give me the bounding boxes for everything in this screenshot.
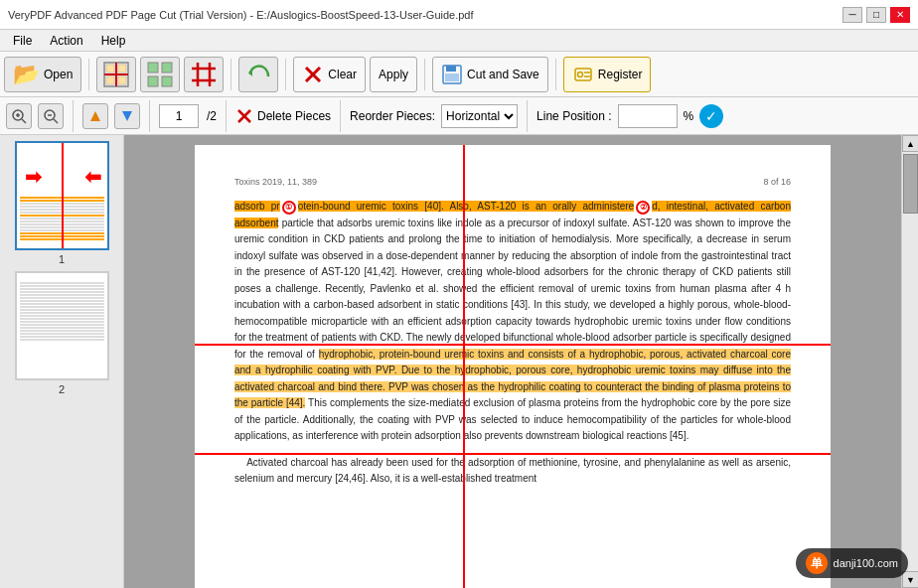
cut-line-horizontal-1[interactable]	[195, 344, 831, 346]
watermark-text: danji100.com	[834, 557, 898, 569]
svg-line-31	[54, 119, 58, 123]
page-header: Toxins 2019, 11, 389 8 of 16	[234, 175, 791, 189]
zoom-out-icon	[42, 107, 60, 125]
confirm-button[interactable]: ✓	[699, 104, 723, 128]
hash-icon	[190, 61, 218, 88]
separator-tb2-3	[226, 100, 227, 132]
separator-tb2-1	[73, 100, 74, 132]
cut-save-label: Cut and Save	[467, 68, 539, 81]
title-bar: VeryPDF Advanced PDF Page Cut (Trial Ver…	[0, 0, 918, 30]
clear-icon	[302, 64, 324, 85]
thumbnail-1[interactable]: ➡ ➡	[6, 141, 117, 265]
svg-rect-4	[118, 65, 126, 73]
reorder-select[interactable]: Horizontal Vertical	[441, 104, 518, 128]
open-icon: 📂	[13, 62, 40, 87]
delete-pieces-button[interactable]: Delete Pieces	[235, 107, 331, 125]
pdf-viewer[interactable]: Toxins 2019, 11, 389 8 of 16 adsorb pr①o…	[124, 135, 901, 588]
undo-icon	[244, 61, 272, 88]
zoom-in-button[interactable]	[6, 103, 32, 129]
line-pos-label: Line Position :	[536, 109, 611, 123]
pdf-page: Toxins 2019, 11, 389 8 of 16 adsorb pr①o…	[195, 145, 831, 588]
svg-line-28	[22, 119, 26, 123]
page-number-input[interactable]	[159, 104, 199, 128]
close-button[interactable]: ✕	[890, 7, 910, 23]
separator-tb2-2	[149, 100, 150, 132]
svg-rect-5	[106, 76, 114, 84]
svg-rect-7	[148, 63, 158, 73]
pdf-paragraph-1: adsorb pr①otein-bound uremic toxins [40]…	[234, 199, 791, 445]
delete-pieces-label: Delete Pieces	[257, 109, 331, 123]
highlight-2: otein-bound uremic toxins [40]. Also, AS…	[298, 201, 634, 212]
separator5	[555, 59, 556, 90]
thumbnail-1-label: 1	[59, 253, 65, 265]
watermark-icon: 单	[806, 552, 828, 574]
open-button[interactable]: 📂 Open	[4, 57, 81, 92]
clear-button[interactable]: Clear	[293, 57, 366, 92]
separator4	[424, 59, 425, 90]
vertical-scrollbar[interactable]: ▲ ▼	[901, 135, 918, 588]
separator3	[285, 59, 286, 90]
watermark: 单 danji100.com	[796, 548, 908, 578]
separator1	[88, 59, 89, 90]
scroll-down-button[interactable]: ▼	[902, 571, 918, 588]
scroll-thumb[interactable]	[903, 154, 918, 214]
pdf-viewer-area: Toxins 2019, 11, 389 8 of 16 adsorb pr①o…	[124, 135, 918, 588]
svg-rect-9	[148, 76, 158, 86]
page-total: /2	[207, 109, 217, 123]
thumbnail-2[interactable]: 2	[6, 271, 117, 395]
reorder-label: Reorder Pieces:	[350, 109, 435, 123]
apply-button[interactable]: Apply	[370, 57, 417, 92]
save-icon	[441, 64, 463, 85]
register-button[interactable]: Register	[563, 57, 652, 92]
svg-rect-3	[106, 65, 114, 73]
svg-rect-8	[162, 63, 172, 73]
svg-marker-32	[90, 111, 100, 121]
grid-view-button[interactable]	[140, 57, 180, 92]
window-title: VeryPDF Advanced PDF Page Cut (Trial Ver…	[8, 9, 474, 21]
svg-marker-33	[122, 111, 132, 121]
clear-label: Clear	[328, 68, 357, 81]
grid-cut-icon	[102, 61, 130, 88]
zoom-in-icon	[10, 107, 28, 125]
separator2	[230, 59, 231, 90]
window-controls: ─ □ ✕	[842, 7, 910, 23]
nav-up-icon	[88, 109, 102, 123]
menu-help[interactable]: Help	[92, 31, 135, 51]
svg-rect-20	[445, 74, 459, 81]
cut-line-vertical[interactable]	[463, 145, 465, 588]
pct-label: %	[684, 109, 694, 123]
journal-info: Toxins 2019, 11, 389	[234, 175, 317, 189]
thumbnail-2-label: 2	[59, 383, 65, 395]
minimize-button[interactable]: ─	[842, 7, 862, 23]
grid-cut-button[interactable]	[96, 57, 136, 92]
open-label: Open	[44, 68, 73, 81]
nav-up-button[interactable]	[82, 103, 108, 129]
svg-rect-6	[118, 76, 126, 84]
separator-tb2-4	[340, 100, 341, 132]
nav-down-icon	[120, 109, 134, 123]
cut-line-horizontal-2[interactable]	[195, 453, 831, 455]
highlight-1: adsorb pr	[234, 201, 280, 212]
register-icon	[572, 64, 594, 85]
apply-label: Apply	[379, 68, 408, 81]
scroll-track	[902, 152, 918, 571]
circle-1: ①	[282, 201, 296, 215]
nav-down-button[interactable]	[114, 103, 140, 129]
highlight-4: hydrophobic, protein-bound uremic toxins…	[234, 349, 791, 409]
toolbar1: 📂 Open	[0, 52, 918, 97]
thumbnail-panel: ➡ ➡	[0, 135, 124, 588]
zoom-out-button[interactable]	[38, 103, 64, 129]
scroll-up-button[interactable]: ▲	[902, 135, 918, 152]
line-position-input[interactable]	[618, 104, 678, 128]
toolbar2: /2 Delete Pieces Reorder Pieces: Horizon…	[0, 97, 918, 135]
maximize-button[interactable]: □	[866, 7, 886, 23]
grid-view-icon	[146, 61, 174, 88]
menu-action[interactable]: Action	[41, 31, 91, 51]
undo-button[interactable]	[238, 57, 278, 92]
hash-button[interactable]	[184, 57, 224, 92]
page-info: 8 of 16	[763, 175, 791, 189]
register-label: Register	[598, 68, 643, 81]
delete-icon	[235, 107, 253, 125]
cut-save-button[interactable]: Cut and Save	[432, 57, 548, 92]
menu-file[interactable]: File	[4, 31, 41, 51]
